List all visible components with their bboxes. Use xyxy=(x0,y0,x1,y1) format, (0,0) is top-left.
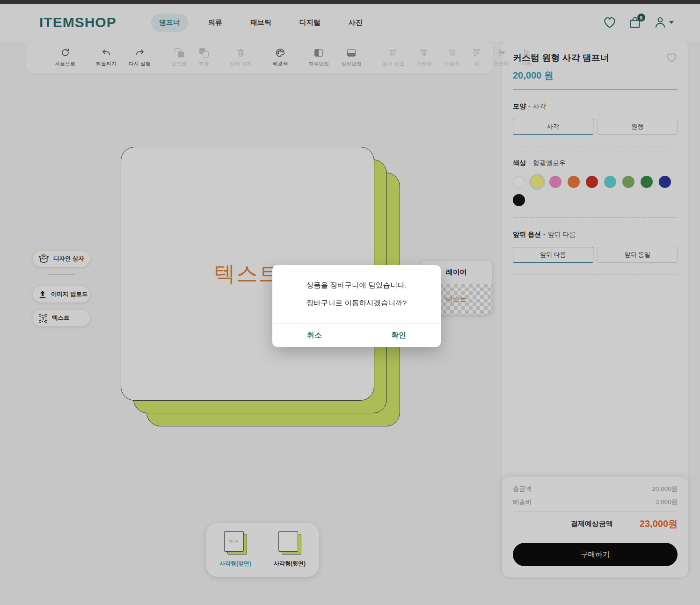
cart-confirm-dialog: 상품을 장바구니에 담았습니다. 장바구니로 이동하시겠습니까? 취소 확인 xyxy=(272,265,441,347)
dialog-message-line1: 상품을 장바구니에 담았습니다. xyxy=(306,281,407,290)
dialog-message: 상품을 장바구니에 담았습니다. 장바구니로 이동하시겠습니까? xyxy=(272,265,441,324)
dialog-message-line2: 장바구니로 이동하시겠습니까? xyxy=(306,298,407,308)
dialog-confirm-button[interactable]: 확인 xyxy=(357,324,441,347)
dialog-actions: 취소 확인 xyxy=(272,324,441,347)
dialog-cancel-button[interactable]: 취소 xyxy=(272,324,357,347)
